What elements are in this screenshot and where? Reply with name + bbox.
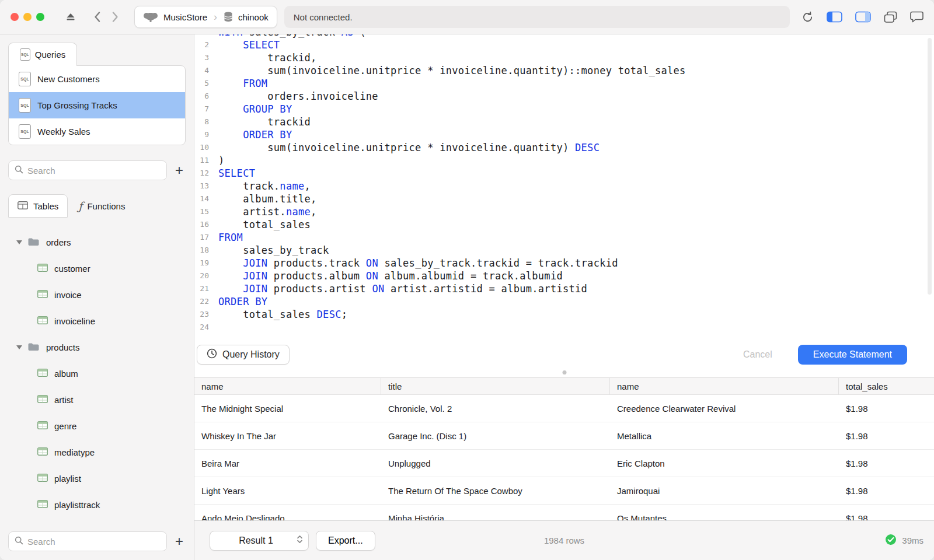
tab-tables[interactable]: Tables xyxy=(8,194,68,218)
result-selector-label: Result 1 xyxy=(215,536,297,546)
table-row[interactable]: Light YearsThe Return Of The Space Cowbo… xyxy=(194,477,934,505)
result-selector[interactable]: Result 1 xyxy=(210,531,309,551)
code-line[interactable]: 15 artist.name, xyxy=(194,205,926,218)
toggle-right-sidebar-icon[interactable] xyxy=(855,11,871,23)
export-button[interactable]: Export... xyxy=(316,531,375,551)
windows-icon[interactable] xyxy=(884,11,897,23)
code-line[interactable]: 5 FROM xyxy=(194,77,926,90)
table-icon xyxy=(37,369,48,379)
query-search-input[interactable]: Search xyxy=(8,160,167,180)
folder-icon xyxy=(27,237,40,248)
close-window-button[interactable] xyxy=(11,13,19,21)
code-line[interactable]: 22ORDER BY xyxy=(194,295,926,308)
up-down-chevrons-icon xyxy=(297,534,303,547)
line-number: 18 xyxy=(194,244,215,257)
breadcrumb-server[interactable]: MusicStore xyxy=(163,12,207,22)
column-header-total_sales-3[interactable]: total_sales xyxy=(839,378,934,394)
tree-table-mediatype[interactable]: mediatype xyxy=(0,439,194,466)
tree-table-artist[interactable]: artist xyxy=(0,387,194,413)
breadcrumb-database[interactable]: chinook xyxy=(238,12,269,22)
tree-table-invoiceline[interactable]: invoiceline xyxy=(0,308,194,334)
code-line[interactable]: 14 album.title, xyxy=(194,192,926,205)
clock-icon xyxy=(207,348,217,361)
results-splitter[interactable] xyxy=(194,368,934,377)
refresh-icon[interactable] xyxy=(801,11,814,23)
tree-item-label: playlisttrack xyxy=(54,500,100,510)
table-row[interactable]: Beira MarUnpluggedEric Clapton$1.98 xyxy=(194,450,934,477)
table-search-input[interactable]: Search xyxy=(8,531,167,551)
zoom-window-button[interactable] xyxy=(36,13,44,21)
add-table-button[interactable]: + xyxy=(173,534,186,548)
forward-button[interactable] xyxy=(111,11,119,23)
tab-functions[interactable]: ƒ Functions xyxy=(68,194,135,218)
code-line[interactable]: 16 total_sales xyxy=(194,218,926,231)
code-line[interactable]: 24 xyxy=(194,321,926,334)
table-cell: Eric Clapton xyxy=(610,450,839,477)
minimize-window-button[interactable] xyxy=(23,13,32,21)
line-number: 9 xyxy=(194,128,215,141)
postgres-elephant-icon xyxy=(143,11,158,23)
code-lines: 1WITH sales_by_track AS (2 SELECT3 track… xyxy=(194,34,926,334)
code-line[interactable]: 21 JOIN products.artist ON artist.artist… xyxy=(194,282,926,295)
code-line[interactable]: 23 total_sales DESC; xyxy=(194,308,926,321)
code-line[interactable]: 18 sales_by_track xyxy=(194,244,926,257)
column-header-title-1[interactable]: title xyxy=(381,378,610,394)
code-line[interactable]: 17FROM xyxy=(194,231,926,244)
execute-statement-button[interactable]: Execute Statement xyxy=(798,345,907,365)
chevron-down-icon[interactable] xyxy=(16,345,22,349)
chevron-down-icon[interactable] xyxy=(16,240,22,244)
folder-icon xyxy=(27,342,40,353)
table-cell: $1.98 xyxy=(839,395,934,422)
code-line[interactable]: 9 ORDER BY xyxy=(194,128,926,141)
chat-bubble-icon[interactable] xyxy=(910,11,923,23)
add-query-button[interactable]: + xyxy=(173,163,186,177)
tree-folder-orders[interactable]: orders xyxy=(0,229,194,256)
code-line[interactable]: 19 JOIN products.track ON sales_by_track… xyxy=(194,257,926,270)
cancel-button[interactable]: Cancel xyxy=(728,345,787,365)
code-line[interactable]: 10 sum(invoiceline.unitprice * invoiceli… xyxy=(194,141,926,154)
query-history-button[interactable]: Query History xyxy=(197,345,290,365)
code-line[interactable]: 6 orders.invoiceline xyxy=(194,90,926,103)
query-item-new-customers[interactable]: SQLNew Customers xyxy=(9,66,185,92)
tree-table-playlisttrack[interactable]: playlisttrack xyxy=(0,492,194,518)
table-icon xyxy=(37,395,48,405)
query-item-weekly-sales[interactable]: SQLWeekly Sales xyxy=(9,118,185,145)
code-line[interactable]: 12SELECT xyxy=(194,167,926,180)
line-number: 15 xyxy=(194,205,215,218)
code-line[interactable]: 11) xyxy=(194,154,926,167)
code-line[interactable]: 4 sum(invoiceline.unitprice * invoicelin… xyxy=(194,64,926,77)
code-line[interactable]: 13 track.name, xyxy=(194,180,926,192)
column-header-name-2[interactable]: name xyxy=(610,378,839,394)
code-line[interactable]: 8 trackid xyxy=(194,116,926,128)
table-row[interactable]: Ando Meio DesligadoMinha HistóriaOs Muta… xyxy=(194,505,934,520)
code-line[interactable]: 2 SELECT xyxy=(194,38,926,51)
table-row[interactable]: Whiskey In The JarGarage Inc. (Disc 1)Me… xyxy=(194,422,934,450)
code-line[interactable]: 1WITH sales_by_track AS ( xyxy=(194,34,926,38)
line-number: 24 xyxy=(194,321,215,334)
tree-table-genre[interactable]: genre xyxy=(0,413,194,439)
query-item-label: New Customers xyxy=(37,74,100,84)
tree-table-customer[interactable]: customer xyxy=(0,256,194,282)
column-header-name-0[interactable]: name xyxy=(194,378,381,394)
code-line[interactable]: 20 JOIN products.album ON album.albumid … xyxy=(194,270,926,282)
tree-table-album[interactable]: album xyxy=(0,360,194,387)
table-cell: $1.98 xyxy=(839,477,934,504)
tree-item-label: invoiceline xyxy=(54,316,95,326)
toggle-left-sidebar-icon[interactable] xyxy=(827,11,842,23)
back-button[interactable] xyxy=(93,11,101,23)
editor-scrollbar[interactable] xyxy=(928,38,932,295)
code-line[interactable]: 7 GROUP BY xyxy=(194,103,926,116)
tab-tables-label: Tables xyxy=(33,201,58,211)
line-number: 10 xyxy=(194,141,215,154)
code-line[interactable]: 3 trackid, xyxy=(194,51,926,64)
tree-table-invoice[interactable]: invoice xyxy=(0,282,194,308)
tree-table-playlist[interactable]: playlist xyxy=(0,466,194,492)
table-cell: Garage Inc. (Disc 1) xyxy=(381,422,610,449)
query-item-top-grossing-tracks[interactable]: SQLTop Grossing Tracks xyxy=(9,92,185,118)
splitter-handle[interactable] xyxy=(562,370,566,374)
table-row[interactable]: The Midnight SpecialChronicle, Vol. 2Cre… xyxy=(194,395,934,422)
tree-folder-products[interactable]: products xyxy=(0,334,194,360)
tab-queries[interactable]: SQL Queries xyxy=(8,43,77,66)
disconnect-eject-icon[interactable] xyxy=(65,12,76,22)
sql-editor[interactable]: 1WITH sales_by_track AS (2 SELECT3 track… xyxy=(194,34,934,341)
